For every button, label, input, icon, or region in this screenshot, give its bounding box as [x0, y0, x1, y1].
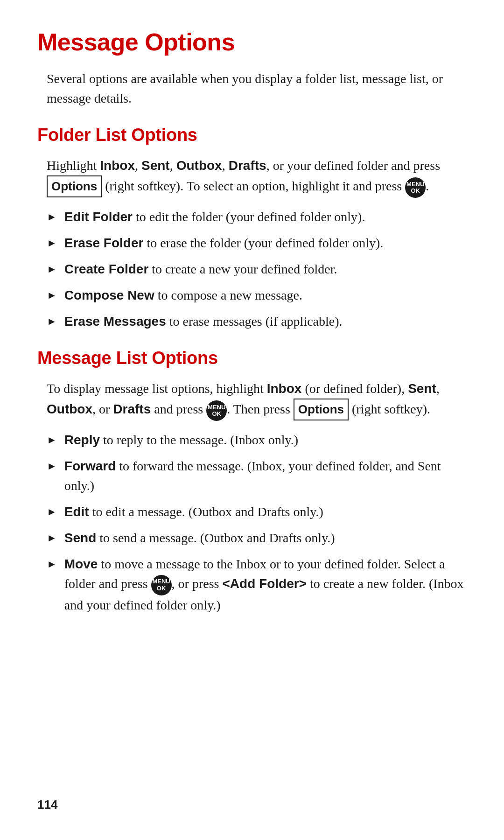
bullet-create-folder: ► Create Folder to create a new your def… — [47, 259, 467, 279]
inbox-bold-2: Inbox — [267, 381, 302, 396]
bullet-text-8: Edit to edit a message. (Outbox and Draf… — [64, 502, 467, 522]
bullet-arrow-2: ► — [47, 235, 57, 251]
options-button-inline-2: Options — [294, 399, 349, 420]
add-folder-text: <Add Folder> — [222, 576, 306, 591]
bullet-arrow-9: ► — [47, 530, 57, 546]
sent-bold-2: Sent — [408, 381, 436, 396]
bullet-text-4: Compose New to compose a new message. — [64, 286, 467, 305]
bullet-arrow-3: ► — [47, 261, 57, 277]
message-list-bullets: ► Reply to reply to the message. (Inbox … — [47, 430, 467, 615]
options-button-inline: Options — [47, 175, 102, 197]
bullet-text-7: Forward to forward the message. (Inbox, … — [64, 456, 467, 496]
message-list-section-title: Message List Options — [37, 348, 467, 368]
bullet-arrow-7: ► — [47, 458, 57, 474]
menu-ok-button: MENUOK — [405, 177, 426, 198]
outbox-bold: Outbox — [176, 158, 222, 173]
bullet-edit-folder: ► Edit Folder to edit the folder (your d… — [47, 207, 467, 227]
bullet-text-6: Reply to reply to the message. (Inbox on… — [64, 430, 467, 450]
bullet-arrow-5: ► — [47, 314, 57, 329]
drafts-bold: Drafts — [229, 158, 266, 173]
page-number: 114 — [37, 798, 57, 812]
bullet-send: ► Send to send a message. (Outbox and Dr… — [47, 528, 467, 548]
drafts-bold-2: Drafts — [113, 402, 151, 416]
bullet-arrow-8: ► — [47, 504, 57, 519]
folder-list-section-title: Folder List Options — [37, 125, 467, 145]
bullet-compose-new: ► Compose New to compose a new message. — [47, 286, 467, 305]
bullet-erase-messages: ► Erase Messages to erase messages (if a… — [47, 312, 467, 331]
bullet-arrow-6: ► — [47, 432, 57, 448]
folder-list-intro: Highlight Inbox, Sent, Outbox, Drafts, o… — [47, 155, 467, 198]
bullet-reply: ► Reply to reply to the message. (Inbox … — [47, 430, 467, 450]
page-title: Message Options — [37, 28, 467, 56]
bullet-forward: ► Forward to forward the message. (Inbox… — [47, 456, 467, 496]
bullet-text-9: Send to send a message. (Outbox and Draf… — [64, 528, 467, 548]
bullet-text-2: Erase Folder to erase the folder (your d… — [64, 233, 467, 253]
bullet-text-1: Edit Folder to edit the folder (your def… — [64, 207, 467, 227]
bullet-text-3: Create Folder to create a new your defin… — [64, 259, 467, 279]
menu-ok-button-3: MENUOK — [151, 575, 172, 595]
menu-ok-button-2: MENUOK — [206, 400, 227, 421]
bullet-arrow-4: ► — [47, 287, 57, 303]
folder-list-bullets: ► Edit Folder to edit the folder (your d… — [47, 207, 467, 331]
bullet-text-10: Move to move a message to the Inbox or t… — [64, 554, 467, 615]
bullet-edit: ► Edit to edit a message. (Outbox and Dr… — [47, 502, 467, 522]
bullet-move: ► Move to move a message to the Inbox or… — [47, 554, 467, 615]
bullet-text-5: Erase Messages to erase messages (if app… — [64, 312, 467, 331]
message-list-intro: To display message list options, highlig… — [47, 378, 467, 421]
bullet-arrow-1: ► — [47, 209, 57, 224]
inbox-bold: Inbox — [100, 158, 135, 173]
outbox-bold-2: Outbox — [47, 402, 92, 416]
intro-text: Several options are available when you d… — [47, 69, 467, 108]
sent-bold: Sent — [141, 158, 170, 173]
bullet-arrow-10: ► — [47, 556, 57, 572]
bullet-erase-folder: ► Erase Folder to erase the folder (your… — [47, 233, 467, 253]
